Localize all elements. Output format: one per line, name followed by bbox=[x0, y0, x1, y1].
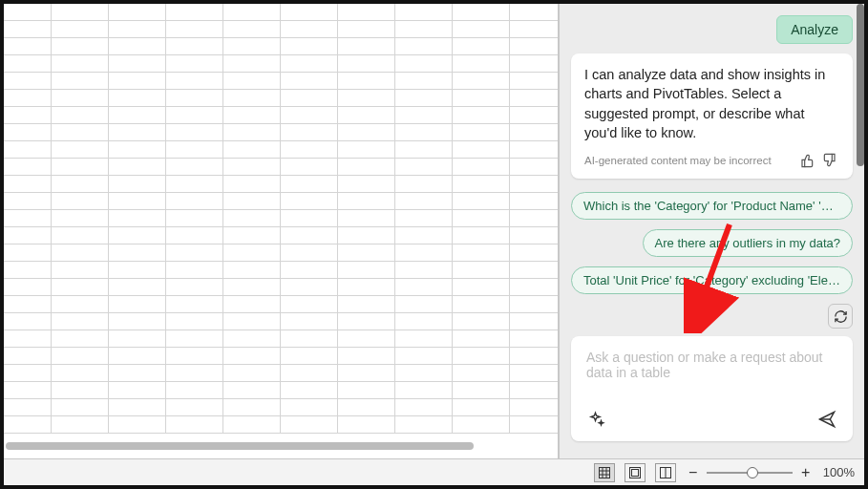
grid-cell[interactable] bbox=[166, 330, 223, 348]
grid-cell[interactable] bbox=[281, 176, 338, 193]
grid-cell[interactable] bbox=[166, 399, 223, 416]
grid-cell[interactable] bbox=[52, 55, 109, 73]
panel-scrollbar[interactable] bbox=[857, 4, 864, 166]
zoom-slider-thumb[interactable] bbox=[747, 467, 758, 478]
grid-cell[interactable] bbox=[395, 141, 453, 159]
grid-cell[interactable] bbox=[223, 141, 281, 159]
grid-cell[interactable] bbox=[166, 227, 223, 244]
grid-cell[interactable] bbox=[4, 313, 52, 330]
grid-cell[interactable] bbox=[453, 38, 510, 55]
grid-cell[interactable] bbox=[166, 159, 223, 176]
grid-cell[interactable] bbox=[223, 124, 281, 141]
grid-cell[interactable] bbox=[223, 262, 281, 279]
grid-cell[interactable] bbox=[166, 38, 223, 55]
grid-cell[interactable] bbox=[4, 210, 52, 227]
grid-cell[interactable] bbox=[395, 176, 453, 193]
grid-cell[interactable] bbox=[453, 141, 510, 159]
grid-cell[interactable] bbox=[109, 176, 166, 193]
grid-cell[interactable] bbox=[453, 176, 510, 193]
grid-cell[interactable] bbox=[395, 330, 453, 348]
grid-cell[interactable] bbox=[109, 90, 166, 107]
grid-cell[interactable] bbox=[338, 90, 395, 107]
send-button[interactable] bbox=[815, 407, 839, 432]
grid-cell[interactable] bbox=[338, 141, 395, 159]
grid-cell[interactable] bbox=[338, 176, 395, 193]
grid-cell[interactable] bbox=[510, 141, 559, 159]
grid-cell[interactable] bbox=[52, 21, 109, 38]
grid-cell[interactable] bbox=[166, 124, 223, 141]
grid-cell[interactable] bbox=[510, 262, 559, 279]
grid-cell[interactable] bbox=[281, 159, 338, 176]
grid-cell[interactable] bbox=[395, 399, 453, 416]
grid-cell[interactable] bbox=[395, 55, 453, 73]
grid-cell[interactable] bbox=[109, 227, 166, 244]
grid-cell[interactable] bbox=[223, 90, 281, 107]
grid-cell[interactable] bbox=[510, 279, 559, 296]
thumbs-down-icon[interactable] bbox=[818, 150, 839, 171]
grid-cell[interactable] bbox=[4, 399, 52, 416]
grid-cell[interactable] bbox=[4, 21, 52, 38]
grid-cell[interactable] bbox=[453, 330, 510, 348]
grid-cell[interactable] bbox=[453, 210, 510, 227]
grid-cell[interactable] bbox=[52, 73, 109, 90]
spreadsheet-grid[interactable] bbox=[4, 4, 559, 436]
grid-cell[interactable] bbox=[395, 227, 453, 244]
grid-cell[interactable] bbox=[109, 399, 166, 416]
grid-cell[interactable] bbox=[52, 313, 109, 330]
grid-cell[interactable] bbox=[281, 244, 338, 262]
grid-cell[interactable] bbox=[510, 210, 559, 227]
grid-cell[interactable] bbox=[281, 416, 338, 434]
grid-cell[interactable] bbox=[52, 4, 109, 21]
grid-cell[interactable] bbox=[281, 55, 338, 73]
grid-cell[interactable] bbox=[4, 365, 52, 382]
analyze-button[interactable]: Analyze bbox=[776, 15, 853, 44]
grid-cell[interactable] bbox=[166, 210, 223, 227]
grid-cell[interactable] bbox=[4, 55, 52, 73]
grid-cell[interactable] bbox=[4, 90, 52, 107]
grid-cell[interactable] bbox=[453, 348, 510, 365]
grid-cell[interactable] bbox=[453, 296, 510, 313]
grid-cell[interactable] bbox=[510, 124, 559, 141]
grid-cell[interactable] bbox=[52, 330, 109, 348]
grid-cell[interactable] bbox=[4, 262, 52, 279]
grid-cell[interactable] bbox=[281, 73, 338, 90]
grid-cell[interactable] bbox=[109, 244, 166, 262]
grid-cell[interactable] bbox=[510, 313, 559, 330]
grid-cell[interactable] bbox=[166, 416, 223, 434]
grid-cell[interactable] bbox=[510, 38, 559, 55]
grid-cell[interactable] bbox=[109, 416, 166, 434]
grid-cell[interactable] bbox=[166, 4, 223, 21]
grid-cell[interactable] bbox=[223, 55, 281, 73]
grid-cell[interactable] bbox=[281, 262, 338, 279]
grid-cell[interactable] bbox=[109, 210, 166, 227]
thumbs-up-icon[interactable] bbox=[797, 150, 818, 171]
grid-cell[interactable] bbox=[453, 73, 510, 90]
grid-cell[interactable] bbox=[510, 365, 559, 382]
sparkle-button[interactable] bbox=[584, 407, 609, 432]
grid-cell[interactable] bbox=[166, 313, 223, 330]
grid-cell[interactable] bbox=[281, 365, 338, 382]
grid-cell[interactable] bbox=[510, 90, 559, 107]
grid-cell[interactable] bbox=[453, 90, 510, 107]
grid-cell[interactable] bbox=[52, 416, 109, 434]
grid-cell[interactable] bbox=[52, 365, 109, 382]
grid-cell[interactable] bbox=[52, 382, 109, 399]
grid-cell[interactable] bbox=[166, 244, 223, 262]
grid-cell[interactable] bbox=[4, 330, 52, 348]
grid-cell[interactable] bbox=[281, 193, 338, 210]
grid-cell[interactable] bbox=[223, 73, 281, 90]
grid-cell[interactable] bbox=[510, 416, 559, 434]
grid-cell[interactable] bbox=[338, 210, 395, 227]
grid-cell[interactable] bbox=[52, 176, 109, 193]
grid-cell[interactable] bbox=[338, 416, 395, 434]
grid-cell[interactable] bbox=[510, 382, 559, 399]
grid-cell[interactable] bbox=[338, 159, 395, 176]
grid-cell[interactable] bbox=[52, 38, 109, 55]
grid-cell[interactable] bbox=[52, 279, 109, 296]
grid-cell[interactable] bbox=[223, 313, 281, 330]
grid-cell[interactable] bbox=[109, 73, 166, 90]
view-normal-button[interactable] bbox=[594, 463, 615, 482]
grid-cell[interactable] bbox=[52, 141, 109, 159]
suggestion-chip[interactable]: Total 'Unit Price' for 'Category' exclud… bbox=[571, 266, 853, 294]
grid-cell[interactable] bbox=[281, 90, 338, 107]
